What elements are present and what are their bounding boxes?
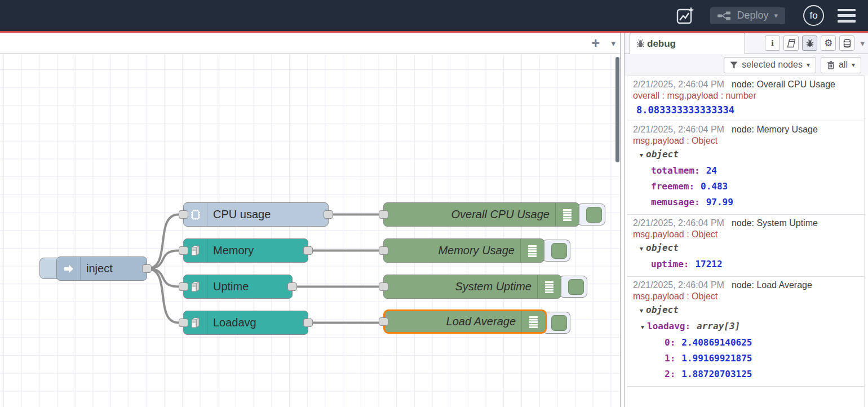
array-index: 1: [665,353,675,364]
caret-down-icon: ▾ [641,319,644,335]
info-tab-button[interactable]: i [765,36,780,51]
input-port[interactable] [379,210,388,219]
object-expander[interactable]: ▾object [633,147,860,163]
node-label: inject [81,257,147,280]
flow-list-caret-icon[interactable]: ▾ [611,38,615,48]
sidebar-splitter[interactable] [620,33,625,407]
user-avatar[interactable]: fo [803,5,824,26]
debug-message: 2/21/2025, 2:46:04 PMnode: Load Average … [627,277,864,387]
object-label: object [646,304,679,315]
hamburger-icon [838,9,856,12]
input-port[interactable] [179,210,188,219]
caret-down-icon: ▾ [640,147,643,163]
debug-enable-toggle[interactable] [542,240,570,262]
debug-toggle-indicator [586,207,602,223]
help-tab-button[interactable] [783,36,799,51]
node-loadavg[interactable]: Loadavg [183,311,308,335]
wire[interactable] [147,251,179,269]
node-cpu-usage[interactable]: CPU usage [183,202,329,227]
debug-enable-toggle[interactable] [577,203,605,225]
deploy-nodes-icon [718,11,731,21]
add-flow-button[interactable]: + [591,35,600,51]
wire[interactable] [147,269,179,287]
output-port[interactable] [142,264,152,273]
tab-debug[interactable]: debug [630,33,745,54]
node-uptime[interactable]: Uptime [183,275,293,299]
debug-timestamp: 2/21/2025, 2:46:04 PM [633,280,724,290]
object-label: object [646,149,679,160]
input-port[interactable] [179,246,188,255]
chart-sparkle-icon [675,6,696,26]
debug-node-name: node: Memory Usage [732,125,818,134]
svg-text:i: i [771,39,774,47]
node-debug-load-average[interactable]: Load Average [383,309,547,334]
object-property: memusage:97.99 [633,194,860,210]
property-key: totalmem: [651,165,700,176]
config-nodes-tab-button[interactable]: ⚙ [821,36,836,51]
debug-message-list[interactable]: 2/21/2025, 2:46:04 PMnode: Overall CPU U… [627,76,865,407]
node-label: CPU usage [207,203,328,226]
debug-toggle-indicator [551,315,567,331]
array-type-label: array[3] [697,321,740,331]
node-debug-overall-cpu-usage[interactable]: Overall CPU Usage [383,202,579,227]
info-icon: i [768,39,777,47]
node-debug-system-uptime[interactable]: System Uptime [383,275,561,299]
sidebar-tab-bar: debug i [625,33,868,54]
input-port[interactable] [379,317,388,326]
debug-clear-button[interactable]: all ▾ [821,57,861,73]
debug-tab-button[interactable] [802,36,817,51]
property-key: freemem: [651,181,694,192]
array-index: 0: [665,337,675,348]
array-expander[interactable]: ▾loadavg:array[3] [633,318,860,335]
array-value: 1.99169921875 [681,353,752,364]
object-property: uptime:17212 [633,256,860,272]
main-menu-button[interactable] [838,9,856,23]
node-memory[interactable]: Memory [183,238,308,263]
property-key: memusage: [651,197,700,207]
object-expander[interactable]: ▾object [633,240,860,256]
debug-meta: overall : msg.payload : number [633,90,860,101]
inject-arrow-icon [63,263,75,275]
caret-down-icon: ▾ [640,241,643,256]
output-port[interactable] [287,282,297,291]
flow-assistant-button[interactable] [675,6,696,26]
deploy-button[interactable]: Deploy ▾ [710,7,785,24]
input-port[interactable] [379,246,388,255]
filter-caret-icon: ▾ [807,61,810,69]
output-port[interactable] [324,210,333,219]
flow-canvas[interactable]: inject CPU usage [0,55,620,407]
debug-node-name: node: System Uptime [732,218,818,228]
debug-filter-button[interactable]: selected nodes ▾ [724,57,816,73]
canvas-vertical-scrollbar[interactable] [615,57,619,162]
sidebar: debug i [625,33,868,407]
sidebar-menu-caret-icon[interactable]: ▾ [860,38,865,48]
debug-message: 2/21/2025, 2:46:04 PMnode: System Uptime… [627,215,864,277]
output-port[interactable] [303,246,313,255]
workspace-tab-bar: + ▾ [0,33,620,54]
node-inject[interactable]: inject [56,256,147,281]
caret-down-icon: ▾ [640,303,643,318]
input-port[interactable] [179,318,188,327]
tab-debug-label: debug [647,38,676,50]
array-item: 1:1.99169921875 [633,351,860,366]
input-port[interactable] [179,282,188,291]
array-value: 1.88720703125 [681,369,752,379]
context-data-tab-button[interactable] [839,36,854,51]
computer-tower-icon [189,280,202,294]
object-expander[interactable]: ▾object [633,302,860,318]
sidebar-tab-icons: i [765,36,865,51]
deploy-caret-icon[interactable]: ▾ [774,11,778,20]
input-port[interactable] [379,282,388,291]
debug-enable-toggle[interactable] [559,276,587,298]
node-label: Load Average [385,311,521,332]
debug-list-icon [561,208,574,222]
property-key: loadavg: [647,321,690,331]
node-debug-memory-usage[interactable]: Memory Usage [383,238,544,263]
wires-layer [0,55,620,407]
array-item: 2:1.88720703125 [633,366,860,382]
avatar-initials: fo [809,10,817,21]
output-port[interactable] [303,318,313,327]
trash-icon [827,61,835,69]
node-label: System Uptime [384,275,537,298]
gear-icon: ⚙ [824,38,832,48]
